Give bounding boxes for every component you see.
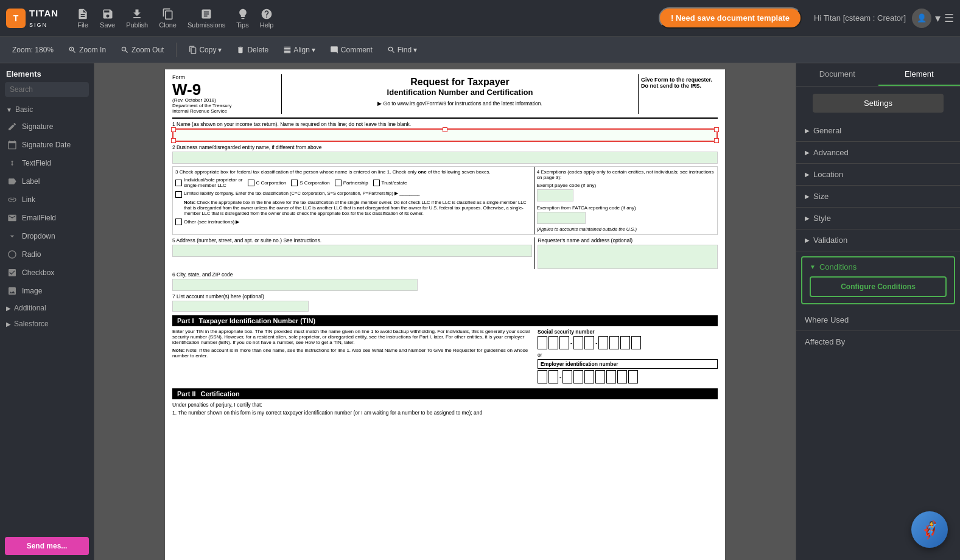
- field4-section: 4 Exemptions (codes apply only to certai…: [534, 167, 717, 234]
- help-button[interactable]: Help: [260, 8, 274, 29]
- save-alert-button[interactable]: ! Need save document template: [659, 7, 802, 29]
- additional-section-header[interactable]: ▶ Additional: [0, 300, 94, 316]
- field5-input[interactable]: [172, 245, 532, 257]
- document-page: Form W-9 (Rev. October 2018) Department …: [165, 69, 725, 560]
- part1-fields: Social security number - -: [538, 329, 718, 383]
- checkbox-trust[interactable]: Trust/estate: [373, 177, 407, 188]
- form-subtitle: Identification Number and Certification: [288, 88, 632, 97]
- sidebar-item-checkbox[interactable]: Checkbox: [0, 264, 94, 282]
- publish-button[interactable]: Publish: [126, 8, 148, 29]
- submissions-button[interactable]: Submissions: [187, 8, 225, 29]
- requesters-input[interactable]: [538, 245, 718, 269]
- checkbox-other-box[interactable]: [175, 219, 182, 225]
- sidebar-item-textfield[interactable]: TextField: [0, 154, 94, 172]
- sidebar-item-image[interactable]: Image: [0, 282, 94, 300]
- general-section: ▶ General: [796, 120, 960, 142]
- field7-input[interactable]: [172, 301, 309, 312]
- affected-by-item[interactable]: Affected By: [796, 331, 960, 352]
- validation-arrow: ▶: [805, 237, 810, 243]
- file-button[interactable]: File: [77, 8, 89, 29]
- checkbox-trust-box[interactable]: [373, 180, 380, 186]
- tips-button[interactable]: Tips: [236, 8, 248, 29]
- ssn-box-2: [548, 336, 558, 349]
- ein-box-3: [562, 370, 572, 383]
- settings-button[interactable]: Settings: [813, 94, 944, 113]
- resize-handle-tl[interactable]: [171, 127, 176, 132]
- ein-box-8: [617, 370, 627, 383]
- document-scroll[interactable]: Form W-9 (Rev. October 2018) Department …: [94, 63, 796, 560]
- form-title: W-9: [172, 82, 276, 97]
- ein-box-9: [628, 370, 638, 383]
- delete-button[interactable]: Delete: [231, 43, 273, 57]
- sidebar-item-signature[interactable]: Signature: [0, 117, 94, 136]
- elements-title: Elements: [0, 63, 94, 82]
- salesforce-section-header[interactable]: ▶ Salesforce: [0, 316, 94, 332]
- checkbox-llc[interactable]: Limited liability company. Enter the tax…: [175, 191, 531, 198]
- main-area: Elements 🔍 ▼ Basic Signature Signature D…: [0, 63, 960, 560]
- resize-handle-tr[interactable]: [714, 127, 719, 132]
- exempt-payee-input[interactable]: [537, 189, 573, 201]
- save-button[interactable]: Save: [100, 8, 115, 29]
- fatca-input[interactable]: [537, 212, 586, 224]
- part1-text: Enter your TIN in the appropriate box. T…: [172, 329, 533, 345]
- sidebar-item-dropdown[interactable]: Dropdown: [0, 227, 94, 245]
- advanced-section-header[interactable]: ▶ Advanced: [796, 142, 960, 163]
- chat-avatar[interactable]: 🦸: [911, 511, 948, 548]
- copy-button[interactable]: Copy ▾: [184, 43, 226, 57]
- resize-handle-tm[interactable]: [443, 127, 447, 132]
- checkbox-scorp[interactable]: S Corporation: [291, 177, 329, 188]
- ssn-box-7: [609, 336, 619, 349]
- style-section: ▶ Style: [796, 208, 960, 229]
- location-section-header[interactable]: ▶ Location: [796, 164, 960, 185]
- sidebar-item-label[interactable]: Label: [0, 172, 94, 191]
- field1-input[interactable]: [172, 128, 718, 142]
- search-bar[interactable]: 🔍: [5, 82, 89, 97]
- comment-button[interactable]: Comment: [325, 43, 377, 57]
- size-section-header[interactable]: ▶ Size: [796, 186, 960, 207]
- style-section-header[interactable]: ▶ Style: [796, 208, 960, 229]
- basic-section-label: Basic: [15, 105, 33, 114]
- conditions-header[interactable]: ▼ Conditions: [802, 257, 954, 276]
- sidebar-item-link[interactable]: Link: [0, 191, 94, 209]
- resize-handle-br[interactable]: [714, 138, 719, 143]
- tab-document[interactable]: Document: [796, 63, 878, 86]
- search-input[interactable]: [10, 85, 94, 94]
- llc-note: Note: Check the appropriate box in the l…: [184, 200, 531, 216]
- send-message-button[interactable]: Send mes...: [5, 537, 89, 555]
- checkbox-individual-box[interactable]: [175, 180, 182, 186]
- sidebar-item-radio[interactable]: Radio: [0, 245, 94, 264]
- field6-container: 6 City, state, and ZIP code: [172, 271, 718, 291]
- clone-button[interactable]: Clone: [159, 8, 177, 29]
- field6-input[interactable]: [172, 279, 418, 291]
- zoom-in-button[interactable]: Zoom In: [63, 43, 111, 57]
- ssn-box-1: [538, 336, 547, 349]
- align-button[interactable]: Align ▾: [278, 43, 320, 57]
- checkbox-individual[interactable]: Individual/sole proprietor orsingle-memb…: [175, 177, 243, 188]
- menu-button[interactable]: ☰: [944, 12, 954, 25]
- checkbox-ccorp[interactable]: C Corporation: [248, 177, 287, 188]
- validation-section-header[interactable]: ▶ Validation: [796, 229, 960, 251]
- salesforce-section-label: Salesforce: [14, 320, 49, 328]
- requesters-label: Requester's name and address (optional): [538, 237, 718, 243]
- checkbox-other[interactable]: Other (see instructions) ▶: [175, 219, 531, 225]
- configure-conditions-button[interactable]: Configure Conditions: [810, 276, 947, 297]
- sidebar-item-emailfield[interactable]: EmailField: [0, 209, 94, 227]
- checkbox-partnership[interactable]: Partnership: [335, 177, 368, 188]
- basic-section-header[interactable]: ▼ Basic: [0, 102, 94, 117]
- checkbox-partnership-box[interactable]: [335, 180, 342, 186]
- where-used-item[interactable]: Where Used: [796, 309, 960, 331]
- zoom-out-button[interactable]: Zoom Out: [116, 43, 169, 57]
- fatca-label: Exemption from FATCA reporting code (if …: [537, 205, 715, 211]
- ein-box-2: [548, 370, 558, 383]
- sidebar-item-signature-date[interactable]: Signature Date: [0, 136, 94, 154]
- resize-handle-bl[interactable]: [171, 138, 176, 143]
- tab-element[interactable]: Element: [878, 63, 961, 86]
- ein-label: Employer identification number: [538, 359, 718, 369]
- checkbox-llc-box[interactable]: [175, 191, 182, 198]
- user-dropdown[interactable]: ▾: [935, 12, 941, 25]
- checkbox-ccorp-box[interactable]: [248, 180, 254, 186]
- field2-input[interactable]: [172, 152, 718, 164]
- general-section-header[interactable]: ▶ General: [796, 120, 960, 141]
- checkbox-scorp-box[interactable]: [291, 180, 298, 186]
- find-button[interactable]: Find ▾: [382, 43, 422, 57]
